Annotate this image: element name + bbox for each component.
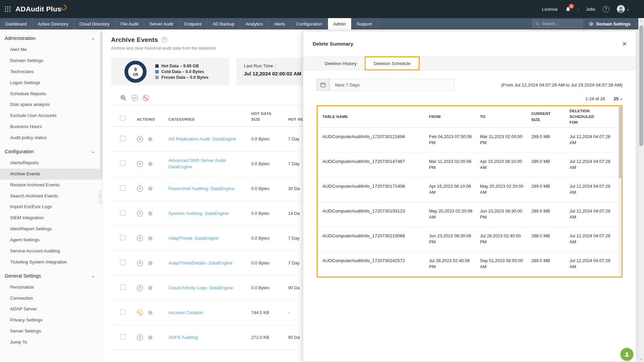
sidebar-item[interactable]: Jump To bbox=[0, 337, 102, 348]
nav-tab[interactable]: File Audit bbox=[115, 18, 144, 29]
apps-grid-icon[interactable] bbox=[5, 6, 11, 12]
search-input[interactable] bbox=[542, 21, 580, 26]
row-checkbox[interactable] bbox=[120, 185, 125, 191]
archive-enabled-icon[interactable] bbox=[137, 335, 143, 341]
sidebar-item[interactable]: Ticketing System Integration bbox=[0, 257, 102, 268]
sidebar-item[interactable]: Restore Archived Events bbox=[0, 180, 102, 191]
page-size-dropdown[interactable]: 25 bbox=[614, 96, 623, 101]
archive-enabled-icon[interactable] bbox=[137, 235, 143, 241]
category-link[interactable]: AdapThreatDetails- DataEngine bbox=[168, 260, 238, 266]
settings-gear-icon[interactable] bbox=[148, 335, 153, 340]
category-link[interactable]: Powershell Auditing- DataEngine bbox=[168, 186, 240, 192]
search-icon[interactable] bbox=[120, 95, 127, 101]
category-link[interactable]: AdapThreat- DataEngine bbox=[168, 235, 224, 242]
date-range-select[interactable]: Next 7 Days bbox=[329, 79, 454, 91]
sidebar-item[interactable]: Server Settings bbox=[0, 326, 102, 337]
settings-gear-icon[interactable] bbox=[148, 285, 153, 291]
nav-tab[interactable]: Configuration bbox=[291, 18, 328, 29]
nav-tab[interactable]: AD Backup bbox=[207, 18, 240, 29]
scroll-up-arrow[interactable] bbox=[639, 19, 644, 22]
support-chat-button[interactable] bbox=[621, 348, 633, 361]
settings-gear-icon[interactable] bbox=[148, 260, 153, 266]
archive-enabled-icon[interactable] bbox=[137, 285, 143, 291]
category-link[interactable]: Advanced DNS Server Audit- DataEngine bbox=[168, 158, 251, 170]
nav-tab[interactable]: Admin bbox=[328, 18, 352, 29]
disable-archive-icon[interactable] bbox=[143, 95, 149, 101]
sidebar-item[interactable]: Service Account Auditing bbox=[0, 246, 102, 257]
nav-tab[interactable]: Server Audit bbox=[144, 18, 179, 29]
scroll-down-arrow[interactable] bbox=[639, 358, 644, 361]
sidebar-item[interactable]: Search Archived Events bbox=[0, 191, 102, 202]
row-checkbox[interactable] bbox=[120, 210, 125, 216]
row-checkbox[interactable] bbox=[120, 161, 125, 166]
nav-tab[interactable]: Cloud Directory bbox=[74, 18, 115, 29]
archive-enabled-icon[interactable] bbox=[137, 136, 143, 142]
close-icon[interactable] bbox=[622, 40, 627, 48]
sidebar-item[interactable]: Domain Settings bbox=[0, 55, 102, 66]
sidebar-section-general-settings[interactable]: General Settings bbox=[0, 269, 102, 282]
settings-gear-icon[interactable] bbox=[148, 211, 153, 216]
row-checkbox[interactable] bbox=[120, 309, 125, 315]
sidebar-section-administration[interactable]: Administration bbox=[0, 32, 102, 44]
category-link[interactable]: Sysmon Auditing- DataEngine bbox=[168, 210, 234, 217]
calendar-button[interactable] bbox=[317, 79, 329, 91]
sidebar-item[interactable]: Archive Events bbox=[0, 169, 102, 180]
archive-enabled-icon[interactable] bbox=[137, 260, 143, 266]
sidebar-item[interactable]: Import Evt/Evtx Logs bbox=[0, 201, 102, 213]
sidebar-scrollbar[interactable] bbox=[100, 31, 102, 361]
sidebar-item[interactable]: Privacy Settings bbox=[0, 315, 102, 326]
sidebar-item[interactable]: SIEM Integration bbox=[0, 213, 102, 224]
sidebar-item[interactable]: ADAP Server bbox=[0, 304, 102, 315]
nav-tab[interactable]: Support bbox=[351, 18, 378, 29]
settings-gear-icon[interactable] bbox=[148, 136, 153, 142]
table-scrollbar[interactable] bbox=[619, 106, 622, 277]
sidebar-item[interactable]: Alert Me bbox=[0, 44, 102, 55]
nav-tab[interactable]: Alerts bbox=[269, 18, 291, 29]
archive-enabled-icon[interactable] bbox=[137, 161, 143, 167]
page-help-icon[interactable] bbox=[161, 37, 167, 43]
select-all-checkbox[interactable] bbox=[120, 115, 125, 121]
scrollbar-thumb[interactable] bbox=[619, 107, 621, 178]
settings-gear-icon[interactable] bbox=[148, 186, 153, 191]
sidebar-item[interactable]: Alert/Report Settings bbox=[0, 224, 102, 235]
sidebar-item[interactable]: Connection bbox=[0, 293, 102, 304]
nav-tab[interactable]: Analytics bbox=[240, 18, 269, 29]
sidebar-item[interactable]: Personalize bbox=[0, 282, 102, 293]
archive-enabled-icon[interactable] bbox=[137, 210, 143, 217]
scrollbar-thumb[interactable] bbox=[100, 32, 102, 177]
page-scrollbar[interactable] bbox=[638, 18, 644, 362]
sidebar-item[interactable]: Logon Settings bbox=[0, 77, 102, 88]
archive-enabled-icon[interactable] bbox=[137, 186, 143, 192]
sidebar-item[interactable]: Business Hours bbox=[0, 121, 102, 132]
sidebar-item[interactable]: Technicians bbox=[0, 66, 102, 77]
help-icon[interactable] bbox=[603, 6, 609, 12]
sidebar-item[interactable]: Agent Settings bbox=[0, 235, 102, 246]
nav-tab[interactable]: Active Directory bbox=[33, 18, 74, 29]
category-link[interactable]: Account Creation bbox=[168, 310, 209, 316]
modal-tab[interactable]: Deletion History bbox=[317, 57, 365, 70]
row-checkbox[interactable] bbox=[120, 235, 125, 240]
sidebar-section-configuration[interactable]: Configuration bbox=[0, 145, 102, 158]
row-checkbox[interactable] bbox=[120, 285, 125, 290]
row-checkbox[interactable] bbox=[120, 260, 125, 265]
scrollbar-thumb[interactable] bbox=[639, 25, 643, 146]
archive-disabled-icon[interactable] bbox=[137, 310, 143, 316]
sidebar-item[interactable]: Audit policy status bbox=[0, 132, 102, 143]
modal-tab[interactable]: Deletion Schedule bbox=[365, 56, 420, 70]
enable-archive-icon[interactable] bbox=[132, 95, 138, 101]
row-checkbox[interactable] bbox=[120, 334, 125, 340]
product-logo[interactable]: ADAudit Plus bbox=[15, 5, 67, 13]
category-link[interactable]: ADFS Auditing bbox=[168, 335, 204, 341]
settings-gear-icon[interactable] bbox=[148, 161, 153, 167]
settings-gear-icon[interactable] bbox=[148, 310, 153, 315]
domain-settings-button[interactable]: Domain Settings bbox=[589, 21, 631, 26]
search-box[interactable] bbox=[532, 20, 583, 28]
category-link[interactable]: Cloud Activity Logs- DataEngine bbox=[168, 285, 239, 291]
sidebar-item[interactable]: Disk space analysis bbox=[0, 99, 102, 110]
row-checkbox[interactable] bbox=[120, 136, 125, 141]
nav-tab[interactable]: Endpoint bbox=[179, 18, 207, 29]
settings-gear-icon[interactable] bbox=[148, 236, 153, 241]
license-link[interactable]: License bbox=[542, 7, 558, 12]
sidebar-item[interactable]: Exclude User Accounts bbox=[0, 110, 102, 121]
sidebar-item[interactable]: Schedule Reports bbox=[0, 88, 102, 100]
